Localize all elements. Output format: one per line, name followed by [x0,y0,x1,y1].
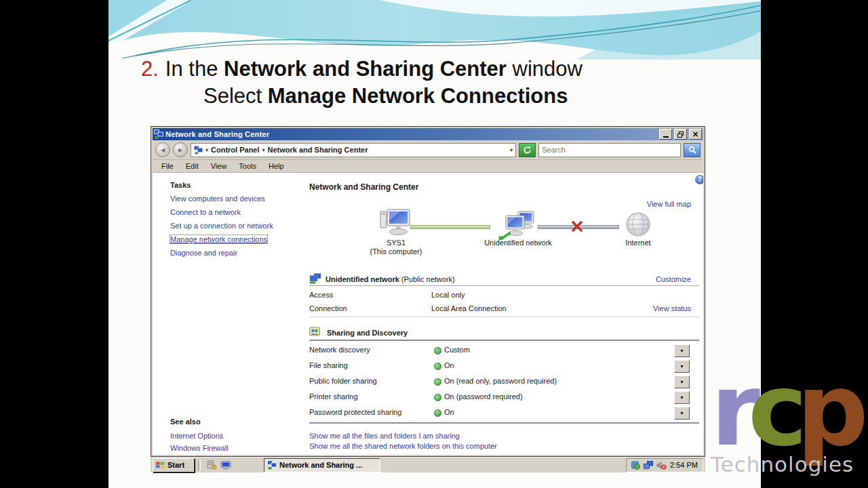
search-button[interactable] [684,143,701,157]
tray-app-icon[interactable] [631,461,640,470]
window-title: Network and Sharing Center [165,130,657,138]
title-bold1: Network and Sharing Center [224,57,507,81]
taskbar-task-button[interactable]: Network and Sharing ... [264,458,380,472]
sharing-row-label: Printer sharing [309,392,358,401]
dropdown-button[interactable] [674,391,690,404]
system-tray: 2:54 PM [626,458,703,472]
start-label: Start [167,461,184,469]
breadcrumb[interactable]: Control Panel Network and Sharing Center [191,143,516,157]
task-diagnose-repair[interactable]: Diagnose and repair [170,249,237,257]
connection-label: Connection [309,304,347,312]
location-dropdown-icon[interactable] [205,147,208,153]
task-button-label: Network and Sharing ... [279,461,362,469]
tray-volume-muted-icon[interactable] [656,461,667,470]
separator [309,285,699,286]
status-dot-green [434,394,441,401]
search-box[interactable] [538,143,681,157]
window-titlebar[interactable]: Network and Sharing Center [153,128,703,140]
dropdown-button[interactable] [674,375,690,388]
internet-globe-icon[interactable] [625,211,651,237]
forward-button[interactable] [173,142,188,157]
address-bar: Control Panel Network and Sharing Center [153,140,703,160]
unidentified-network-icon[interactable] [498,211,536,241]
network-sharing-center-window: Network and Sharing Center Control Panel… [151,126,705,457]
slide-background: 2.In the Network and Sharing Center wind… [108,0,761,488]
customize-link[interactable]: Customize [587,275,691,283]
window-icon [154,129,163,139]
access-value: Local only [431,291,465,299]
minimize-icon [663,136,669,138]
help-icon[interactable] [695,175,703,184]
tray-network-icon[interactable] [644,461,653,470]
menu-view[interactable]: View [205,162,233,170]
back-button[interactable] [155,142,170,157]
minimize-button[interactable] [659,129,672,140]
task-setup-connection[interactable]: Set up a connection or network [170,222,273,230]
show-files-sharing-link[interactable]: Show me all the files and folders I am s… [309,432,460,440]
title-post1: window [507,57,583,81]
task-connect-network[interactable]: Connect to a network [170,208,241,216]
window-content: Tasks View computers and devices Connect… [153,173,703,455]
task-view-computers[interactable]: View computers and devices [170,195,265,203]
map-link-local [410,225,490,229]
search-icon [688,146,696,154]
network-section-icon [309,273,321,284]
access-label: Access [309,291,333,299]
menu-help[interactable]: Help [262,162,290,170]
slide-title-line1: 2.In the Network and Sharing Center wind… [141,57,583,81]
quick-launch-display-icon[interactable] [220,460,231,470]
tasks-header: Tasks [170,181,191,189]
breadcrumb-arrow-icon[interactable] [262,147,265,153]
view-full-map-link[interactable]: View full map [587,200,691,208]
network-section-title-row: Unidentified network (Public network) [326,275,455,283]
sharing-section-title: Sharing and Discovery [327,329,408,337]
map-node-sys1-label: SYS1 [362,239,430,247]
disconnected-x-icon [571,220,583,232]
sharing-row-value: On [444,361,454,369]
network-section-title: Unidentified network [326,275,399,283]
title-pre2: Select [203,84,268,108]
close-button[interactable] [689,129,702,140]
status-dot-green [434,378,441,386]
sharing-row-label: File sharing [309,361,348,369]
title-pre1: In the [165,57,224,81]
status-dot-green [434,363,441,370]
logo-letters: r c p [711,371,868,449]
status-dot-green [434,347,441,354]
sharing-row-value: Custom [444,346,470,354]
menu-file[interactable]: File [155,162,180,170]
swoosh-decoration [108,0,761,60]
step-number: 2. [141,57,159,81]
see-also-internet-options[interactable]: Internet Options [170,432,223,440]
start-button[interactable]: Start [153,458,195,472]
status-dot-green [434,409,441,417]
network-section-subtitle: (Public network) [401,275,455,283]
breadcrumb-control-panel[interactable]: Control Panel [211,146,260,154]
dropdown-button[interactable] [674,407,690,420]
separator [309,340,699,341]
see-also-windows-firewall[interactable]: Windows Firewall [170,444,229,452]
task-manage-network-connections[interactable]: Manage network connections [170,235,267,243]
menu-edit[interactable]: Edit [180,162,205,170]
sharing-row-value: On (read only, password required) [444,377,557,385]
refresh-icon [523,146,532,155]
connection-value: Local Area Connection [431,304,507,312]
breadcrumb-location-icon [194,146,203,155]
taskbar-separator [198,460,201,470]
map-node-unidentified-label: Unidentified network [471,239,566,247]
menu-tools[interactable]: Tools [233,162,262,170]
search-input[interactable] [539,146,680,154]
view-status-link[interactable]: View status [587,304,691,312]
restore-button[interactable] [674,129,687,140]
refresh-button[interactable] [519,143,536,157]
title-bold2: Manage Network Connections [268,84,568,108]
quick-launch-server-icon[interactable] [205,460,217,470]
show-shared-folders-link[interactable]: Show me all the shared network folders o… [309,442,497,450]
address-dropdown-icon[interactable] [510,147,513,153]
this-computer-icon[interactable] [379,209,413,237]
sharing-row-value: On [444,408,454,416]
dropdown-button[interactable] [674,360,690,373]
icp-technologies-logo: r c p Technologies [711,371,868,476]
dropdown-button[interactable] [674,344,690,357]
breadcrumb-current[interactable]: Network and Sharing Center [268,146,368,154]
